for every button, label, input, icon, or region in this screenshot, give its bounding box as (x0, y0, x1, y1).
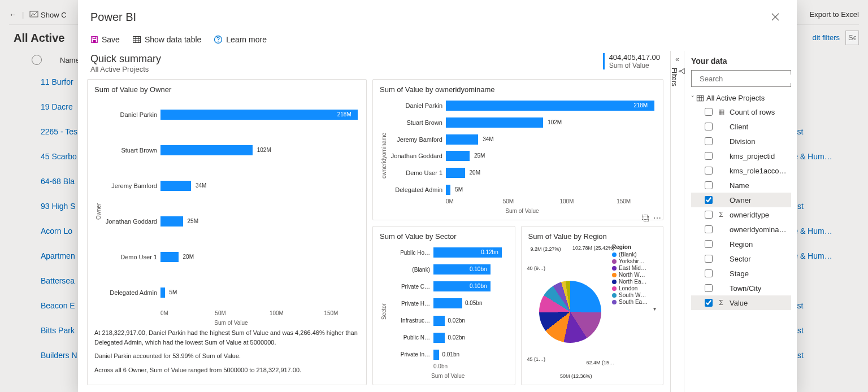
bar-row: Jeremy Bamford34M (103, 181, 359, 191)
pie-legend: Region (Blank)Yorkshir…East Mid…North W…… (612, 244, 656, 379)
bar-row: Jonathan Goddard25M (388, 151, 656, 161)
bar-row: Jeremy Bamford34M (388, 134, 656, 145)
field-checkbox[interactable] (705, 108, 713, 116)
data-search[interactable] (691, 70, 791, 87)
modal-title: Power BI (90, 11, 136, 24)
legend-item[interactable]: East Mid… (612, 265, 656, 271)
close-button[interactable] (766, 8, 784, 26)
chart-region[interactable]: Sum of Value by Region 102.78M (25.42%) … (521, 226, 664, 385)
field-name: owneridyomina… (730, 225, 789, 234)
field-name: Region (730, 240, 789, 249)
field-name: Value (730, 299, 789, 307)
legend-item[interactable]: (Blank) (612, 251, 656, 258)
field-row[interactable]: Σowneridtype (691, 207, 791, 222)
field-checkbox[interactable] (705, 211, 713, 219)
bar-row: Demo User 120M (388, 168, 656, 178)
chart-yomi[interactable]: Sum of Value by owneridyominame owneridy… (372, 79, 663, 220)
field-row[interactable]: Owner (691, 193, 791, 207)
field-checkbox[interactable] (705, 196, 713, 204)
bar-row: Private In…0.01bn (388, 350, 508, 360)
data-search-input[interactable] (700, 75, 795, 83)
field-row[interactable]: ▦Count of rows (691, 104, 791, 119)
bar-row: Stuart Brown102M (388, 117, 656, 128)
field-row[interactable]: Region (691, 237, 791, 251)
field-row[interactable]: ΣValue (691, 295, 791, 310)
field-checkbox[interactable] (705, 255, 713, 263)
more-icon[interactable]: ⋯ (653, 214, 661, 223)
field-checkbox[interactable] (705, 269, 713, 277)
field-name: kms_projectid (730, 152, 789, 160)
field-name: Town/City (730, 284, 789, 293)
bar-row: Daniel Parkin218M (388, 101, 656, 111)
field-checkbox[interactable] (705, 152, 713, 160)
save-button[interactable]: Save (90, 35, 120, 44)
table-icon (132, 35, 141, 44)
focus-icon[interactable]: ⿻ (642, 214, 650, 223)
bar-row: Delegated Admin5M (388, 185, 656, 195)
pie-chart (539, 281, 601, 343)
legend-item[interactable]: South W… (612, 292, 656, 298)
field-checkbox[interactable] (705, 123, 713, 130)
field-name: Count of rows (730, 108, 789, 116)
legend-item[interactable]: London (612, 285, 656, 291)
field-row[interactable]: Name (691, 178, 791, 193)
show-data-table-button[interactable]: Show data table (132, 35, 201, 44)
bar-row: Delegated Admin5M (103, 288, 359, 298)
svg-rect-4 (133, 37, 140, 43)
field-row[interactable]: kms_projectid (691, 149, 791, 163)
chart-owner[interactable]: Sum of Value by Owner Owner Daniel Parki… (87, 79, 367, 385)
field-checkbox[interactable] (705, 299, 713, 307)
chart-title: Sum of Value by Region (528, 232, 657, 241)
filters-label[interactable]: Filters (670, 68, 685, 86)
field-row[interactable]: Sector (691, 251, 791, 266)
bar-row: Public Ho…0.12bn (388, 247, 508, 258)
field-row[interactable]: Town/City (691, 281, 791, 295)
legend-item[interactable]: North Ea… (612, 278, 656, 285)
field-name: Division (730, 137, 789, 146)
bar-row: Daniel Parkin218M (103, 110, 359, 120)
field-row[interactable]: Stage (691, 266, 791, 281)
legend-more[interactable]: ▾ (612, 306, 656, 312)
bar-row: Private C…0.10bn (388, 281, 508, 291)
collapse-filters-icon[interactable]: « (675, 55, 679, 63)
summary-subtitle: All Active Projects (90, 65, 161, 73)
powerbi-modal: Power BI Save Show data table Learn more… (78, 0, 797, 392)
sigma-icon: Σ (717, 211, 725, 219)
field-row[interactable]: Client (691, 119, 791, 134)
legend-item[interactable]: North W… (612, 272, 656, 278)
close-icon (771, 13, 779, 21)
filters-rail: « Filters (670, 51, 684, 392)
field-row[interactable]: kms_role1acco… (691, 163, 791, 178)
field-checkbox[interactable] (705, 284, 713, 292)
legend-item[interactable]: Yorkshir… (612, 258, 656, 264)
field-row[interactable]: Division (691, 134, 791, 149)
chart-title: Sum of Value by Owner (94, 85, 359, 94)
sigma-icon: Σ (717, 299, 725, 307)
learn-more-button[interactable]: Learn more (214, 35, 267, 44)
insights-text: At 218,322,917.00, Daniel Parkin had the… (94, 326, 359, 379)
legend-item[interactable]: South Ea… (612, 299, 656, 305)
field-checkbox[interactable] (705, 240, 713, 248)
chart-sector[interactable]: Sum of Value by Sector Sector Public Ho…… (372, 226, 515, 385)
summary-title: Quick summary (90, 53, 161, 65)
table-icon: ▦ (717, 108, 725, 116)
view-node[interactable]: ˅ All Active Projects (691, 92, 791, 104)
field-name: Sector (730, 255, 789, 263)
table-icon (696, 94, 704, 102)
field-name: Stage (730, 269, 789, 278)
field-checkbox[interactable] (705, 181, 713, 189)
svg-point-6 (218, 41, 219, 42)
field-row[interactable]: owneridyomina… (691, 222, 791, 237)
bar-row: Jonathan Goddard25M (103, 216, 359, 227)
svg-rect-3 (93, 40, 96, 42)
svg-rect-8 (697, 95, 703, 101)
visual-hover-toolbar[interactable]: ⿻ ⋯ (642, 214, 661, 223)
field-checkbox[interactable] (705, 167, 713, 175)
field-name: Name (730, 181, 789, 190)
field-checkbox[interactable] (705, 225, 713, 233)
field-name: Client (730, 123, 789, 131)
data-pane: Your data ˅ All Active Projects ▦Count o… (684, 51, 797, 392)
bar-row: Public N…0.02bn (388, 333, 508, 343)
data-pane-title: Your data (691, 56, 791, 66)
field-checkbox[interactable] (705, 137, 713, 145)
